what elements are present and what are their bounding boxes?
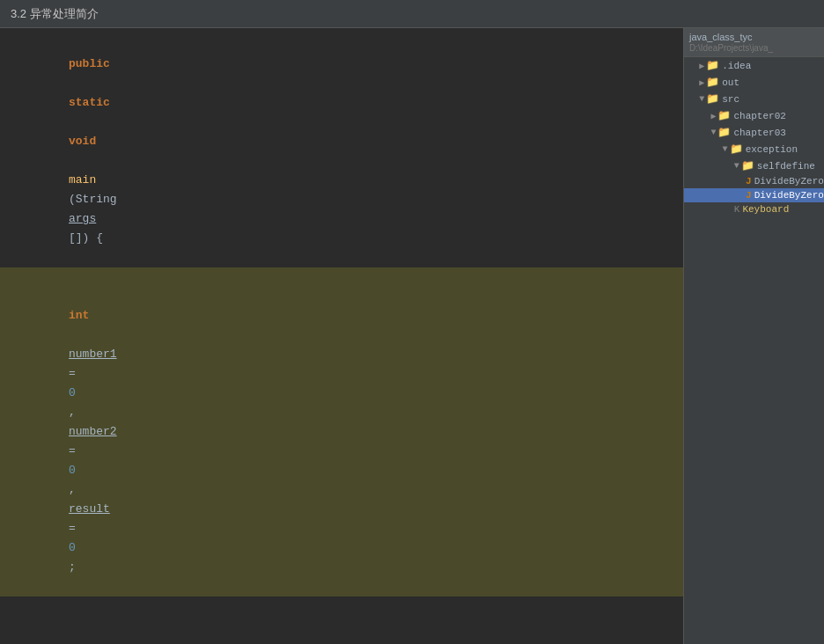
section-title-text: 3.2 异常处理简介 — [11, 6, 99, 22]
sidebar-title: java_class_tyc D:\IdeaProjects\java_ — [684, 28, 824, 57]
folder-icon: 📁 — [741, 159, 754, 172]
folder-icon: 📁 — [717, 126, 731, 139]
sidebar-item-out[interactable]: ▶ 📁 out — [684, 74, 824, 91]
header-bar: 3.2 异常处理简介 — [0, 0, 824, 28]
folder-icon: 📁 — [706, 92, 719, 106]
project-sidebar: java_class_tyc D:\IdeaProjects\java_ ▶ 📁… — [683, 28, 824, 644]
code-line: public static void main (String args [])… — [0, 35, 683, 267]
folder-icon: 📁 — [706, 59, 719, 72]
sidebar-item-keyboard[interactable]: K Keyboard — [684, 202, 824, 216]
code-line-try: try { — [0, 616, 683, 644]
sidebar-item-idea[interactable]: ▶ 📁 .idea — [684, 57, 824, 74]
sidebar-item-src[interactable]: ▼ 📁 src — [684, 91, 824, 107]
code-line: int number1 = 0 , number2 = 0 , result =… — [0, 267, 683, 596]
java-file-icon: J — [746, 176, 752, 187]
code-content: public static void main (String args [])… — [0, 28, 683, 644]
sidebar-item-exception[interactable]: ▼ 📁 exception — [684, 141, 824, 157]
code-line — [0, 596, 683, 616]
sidebar-item-divide1[interactable]: J DivideByZeroExcepti — [684, 174, 824, 188]
main-area: public static void main (String args [])… — [0, 28, 824, 644]
java-file-icon: J — [746, 190, 752, 201]
folder-icon: 📁 — [717, 109, 731, 122]
sidebar-item-selfdefine[interactable]: ▼ 📁 selfdefine — [684, 157, 824, 174]
sidebar-item-chapter03[interactable]: ▼ 📁 chapter03 — [684, 124, 824, 141]
folder-icon: 📁 — [730, 143, 743, 156]
keyboard-file-icon: K — [734, 204, 740, 215]
sidebar-item-divide2[interactable]: J DivideByZeroExcepti — [684, 188, 824, 202]
code-panel[interactable]: public static void main (String args [])… — [0, 28, 683, 644]
sidebar-item-chapter02[interactable]: ▶ 📁 chapter02 — [684, 107, 824, 124]
folder-icon: 📁 — [706, 76, 719, 89]
